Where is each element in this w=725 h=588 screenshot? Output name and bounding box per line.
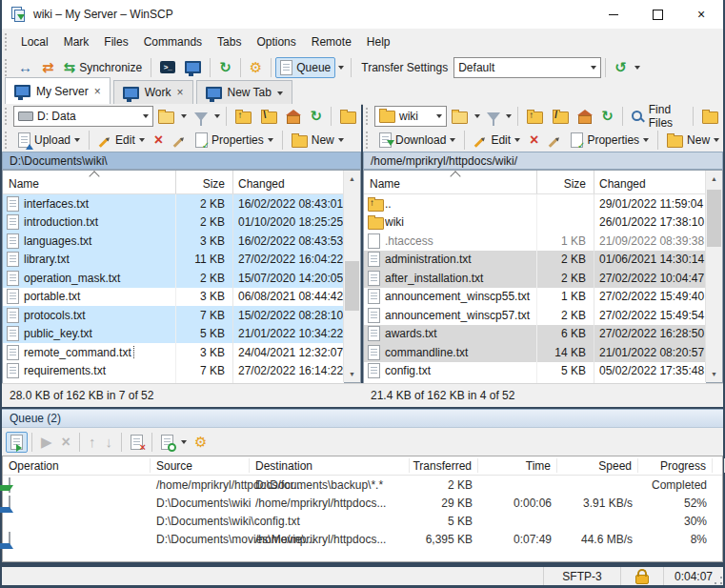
tab-close-icon[interactable]: × xyxy=(176,87,183,98)
file-row[interactable]: after_installation.txt2 KB27/02/2022 10:… xyxy=(364,269,706,288)
tab-close-icon[interactable]: × xyxy=(94,86,101,97)
local-drive-select[interactable]: D: Data xyxy=(13,106,153,127)
remote-rename-button[interactable] xyxy=(543,132,566,147)
remote-root-directory-button[interactable]: / xyxy=(548,106,574,127)
local-edit-button[interactable]: Edit xyxy=(93,131,150,150)
remote-filter-button[interactable] xyxy=(482,108,505,124)
file-row[interactable]: public_key.txt5 KB21/01/2022 10:34:22 xyxy=(3,325,344,344)
synchronize-button[interactable]: ⇆ Synchronize xyxy=(59,57,148,77)
file-row[interactable]: library.txt11 KB27/02/2022 16:04:22 xyxy=(3,251,344,270)
menu-commands[interactable]: Commands xyxy=(136,30,210,53)
local-path-bar[interactable]: D:\Documents\wiki\ xyxy=(2,152,361,170)
menu-remote[interactable]: Remote xyxy=(304,30,359,53)
column-time[interactable]: Time xyxy=(478,458,557,473)
column-changed[interactable]: Changed xyxy=(232,171,344,193)
remote-home-directory-button[interactable] xyxy=(574,106,596,127)
file-row[interactable]: announcement_winscp57.txt2 KB27/02/2022 … xyxy=(364,306,706,325)
queue-panel-title[interactable]: Queue (2) xyxy=(2,409,723,428)
file-row[interactable]: interfaces.txt2 KB16/02/2022 08:43:01 xyxy=(3,194,344,213)
queue-item-row[interactable]: D:\Documents\wiki\config.txt5 KB30% xyxy=(3,512,722,530)
queue-processing-toggle-button[interactable] xyxy=(156,432,178,453)
queue-item-row[interactable]: /home/mprikryl/httpdocs/for...D:\Documen… xyxy=(3,476,722,494)
queue-move-up-button[interactable]: ↑ xyxy=(84,432,101,452)
sync-browsing-button[interactable]: ⇄ xyxy=(37,57,59,77)
queue-preferences-button[interactable]: ⚙ xyxy=(190,432,211,452)
local-refresh-button[interactable]: ↻ xyxy=(305,106,327,126)
queue-delete-all-done-button[interactable]: × xyxy=(126,432,148,453)
menu-help[interactable]: Help xyxy=(359,30,398,53)
remote-scrollbar[interactable]: ▲ ▼ xyxy=(705,171,722,382)
column-size[interactable]: Size xyxy=(536,171,594,193)
local-open-directory-dropdown[interactable] xyxy=(179,111,190,121)
file-row[interactable]: ↑..29/01/2022 11:59:04 xyxy=(364,194,706,213)
remote-properties-button[interactable]: ✓ Properties xyxy=(566,130,654,151)
menu-mark[interactable]: Mark xyxy=(56,30,97,53)
resize-grip[interactable] xyxy=(714,576,722,584)
column-transferred[interactable]: Transferred xyxy=(410,458,478,473)
queue-resume-button[interactable]: ▶ xyxy=(36,432,57,452)
queue-move-down-button[interactable]: ↓ xyxy=(100,432,117,452)
refresh-session-button[interactable]: ↻ xyxy=(214,57,236,77)
open-console-button[interactable]: >_ xyxy=(155,58,180,76)
scrollbar-thumb[interactable] xyxy=(345,261,359,311)
remote-filter-dropdown[interactable] xyxy=(505,111,514,121)
transfer-settings-select[interactable]: Default xyxy=(453,57,601,78)
remote-bookmark-button[interactable] xyxy=(697,106,723,127)
scroll-down-icon[interactable]: ▼ xyxy=(344,366,360,382)
scrollbar-thumb[interactable] xyxy=(707,190,721,247)
column-speed[interactable]: Speed xyxy=(557,458,638,473)
remote-open-directory-button[interactable] xyxy=(447,106,473,127)
queue-show-button[interactable] xyxy=(6,432,28,453)
remote-parent-directory-button[interactable]: ↑ xyxy=(522,106,548,127)
file-row[interactable]: awards.txt6 KB27/02/2022 16:28:50 xyxy=(364,325,706,344)
tab-work[interactable]: Work × xyxy=(113,80,193,104)
column-source[interactable]: Source xyxy=(151,458,250,473)
menu-files[interactable]: Files xyxy=(96,30,135,53)
local-home-directory-button[interactable] xyxy=(282,106,305,127)
remote-path-bar[interactable]: /home/mprikryl/httpdocs/wiki/ xyxy=(363,152,723,170)
scroll-down-icon[interactable]: ▼ xyxy=(706,366,722,382)
transfer-sync-dropdown[interactable] xyxy=(632,62,643,72)
column-size[interactable]: Size xyxy=(175,171,232,193)
preferences-button[interactable]: ⚙ xyxy=(245,57,267,77)
file-row[interactable]: remote_command.txt3 KB24/04/2021 12:32:0… xyxy=(3,343,344,362)
file-row[interactable]: announcement_winscp55.txt1 KB27/02/2022 … xyxy=(364,288,706,307)
synchronize-browsing-button[interactable]: ↺ xyxy=(610,57,632,77)
remote-edit-button[interactable]: Edit xyxy=(469,131,525,150)
queue-toggle-button[interactable]: Queue xyxy=(275,57,335,78)
scroll-up-icon[interactable]: ▲ xyxy=(344,171,360,187)
remote-refresh-button[interactable]: ↻ xyxy=(596,106,618,126)
swap-panels-button[interactable]: ↔ xyxy=(13,57,37,77)
open-in-putty-button[interactable] xyxy=(180,58,206,76)
menu-options[interactable]: Options xyxy=(249,30,303,53)
file-row[interactable]: languages.txt3 KB16/02/2022 08:43:53 xyxy=(3,232,344,251)
tab-new-tab[interactable]: New Tab xyxy=(196,80,292,104)
queue-item-row[interactable]: D:\Documents\movies\Movie\.../home/mprik… xyxy=(3,530,722,548)
scroll-up-icon[interactable]: ▲ xyxy=(706,171,722,187)
queue-processing-dropdown[interactable] xyxy=(178,436,190,447)
queue-dropdown-button[interactable] xyxy=(335,62,347,72)
file-row[interactable]: config.txt5 KB05/02/2022 17:35:48 xyxy=(364,362,706,381)
download-button[interactable]: Download xyxy=(374,130,460,151)
maximize-button[interactable] xyxy=(635,0,679,29)
local-root-directory-button[interactable]: \ xyxy=(256,106,282,127)
minimize-button[interactable] xyxy=(592,0,635,29)
remote-delete-button[interactable]: × xyxy=(525,130,543,151)
file-row[interactable]: introduction.txt2 KB01/10/2020 18:25:25 xyxy=(3,213,344,233)
file-row[interactable]: administration.txt2 KB01/06/2021 14:30:1… xyxy=(364,251,706,270)
column-name[interactable]: Name xyxy=(364,171,536,193)
file-row[interactable]: requirements.txt7 KB27/02/2022 16:14:22 xyxy=(3,362,344,381)
column-changed[interactable]: Changed xyxy=(594,171,706,193)
column-destination[interactable]: Destination xyxy=(250,458,410,473)
upload-button[interactable]: Upload xyxy=(13,130,85,151)
local-properties-button[interactable]: ✓ Properties xyxy=(191,130,278,151)
close-button[interactable]: × xyxy=(679,0,723,29)
file-row[interactable]: wiki26/01/2022 17:38:10 xyxy=(364,213,706,233)
menu-local[interactable]: Local xyxy=(13,30,56,53)
local-filter-button[interactable] xyxy=(190,108,212,124)
file-row[interactable]: portable.txt3 KB06/08/2021 08:44:42 xyxy=(3,288,344,307)
local-bookmark-button[interactable] xyxy=(335,106,361,127)
remote-open-directory-dropdown[interactable] xyxy=(473,111,481,121)
local-new-button[interactable]: New xyxy=(287,130,349,151)
tab-my-server[interactable]: My Server × xyxy=(5,77,111,104)
